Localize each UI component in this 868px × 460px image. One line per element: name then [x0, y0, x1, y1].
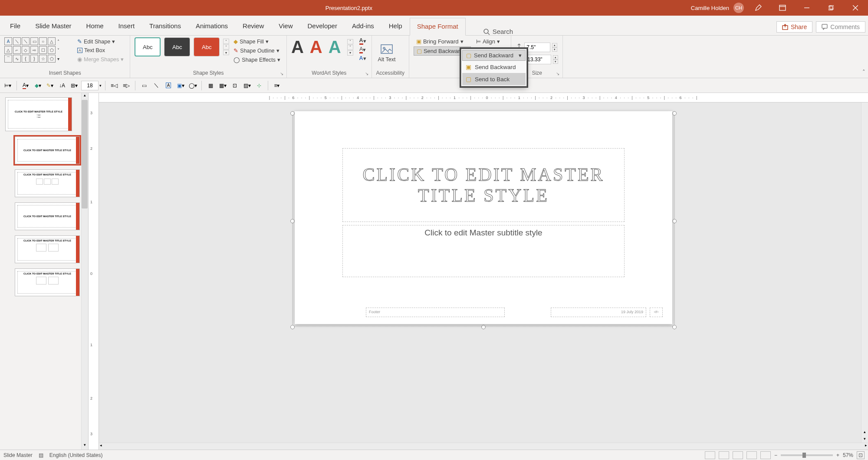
close-button[interactable] — [845, 0, 865, 16]
circle-tool[interactable]: ◯▾ — [187, 80, 198, 91]
font-size-input[interactable] — [81, 81, 99, 90]
title-placeholder[interactable]: CLICK TO EDIT MASTER TITLE STYLE — [342, 148, 625, 222]
increase-indent[interactable]: ≡▷ — [121, 80, 132, 91]
width-input[interactable] — [525, 55, 551, 64]
alt-text-button[interactable]: Alt Text — [376, 44, 398, 63]
shape-outline-button[interactable]: ✎Shape Outline ▾ — [232, 46, 282, 55]
layout-thumbnail-2[interactable]: CLICK TO EDIT MASTER TITLE STYLE — [15, 169, 80, 197]
line-tool[interactable]: ＼ — [151, 80, 161, 91]
wordart-style-2[interactable]: A — [310, 37, 322, 57]
menu-send-to-back[interactable]: ▢Send to Back — [462, 73, 526, 85]
shape-style-gallery[interactable]: Abc Abc Abc ˄˅▾ — [135, 37, 229, 56]
shape-fill-button[interactable]: ◆Shape Fill ▾ — [232, 37, 282, 46]
layout-thumbnail-4[interactable]: CLICK TO EDIT MASTER TITLE STYLE — [15, 235, 80, 263]
shape-style-2[interactable]: Abc — [164, 37, 190, 56]
gallery-down[interactable]: ˅ — [223, 44, 229, 50]
textbox-tool[interactable]: A — [163, 80, 174, 91]
font-color-button[interactable]: A▾ — [20, 80, 31, 91]
gallery-up[interactable]: ˄ — [223, 39, 229, 44]
normal-view-button[interactable] — [705, 451, 715, 459]
tab-insert[interactable]: Insert — [111, 17, 142, 35]
zoom-level[interactable]: 57% — [843, 452, 853, 458]
shape-fill-qb[interactable]: ◆▾ — [33, 80, 43, 91]
wordart-gallery[interactable]: A A A ˄˅▾ — [291, 37, 353, 57]
thumbnail-scrollbar[interactable]: ▴ ▾ — [81, 93, 88, 450]
edit-shape-button[interactable]: ✎Edit Shape ▾ — [76, 37, 125, 46]
table-tool[interactable]: ▦▾ — [217, 80, 228, 91]
zoom-slider[interactable] — [781, 454, 833, 456]
zoom-in-button[interactable]: + — [836, 452, 839, 458]
text-fill-button[interactable]: A▾ — [358, 37, 367, 44]
dropdown-header[interactable]: ▢Send Backward▾ — [462, 50, 526, 61]
minimize-button[interactable] — [797, 0, 817, 16]
tab-transitions[interactable]: Transitions — [142, 17, 188, 35]
tab-developer[interactable]: Developer — [300, 17, 345, 35]
more-button[interactable]: ≡▾ — [272, 80, 282, 91]
text-outline-button[interactable]: A▾ — [358, 46, 367, 53]
sort-button[interactable]: ↓A — [57, 80, 67, 91]
picture-tool[interactable]: ▨▾ — [242, 80, 252, 91]
master-thumbnail[interactable]: CLICK TO EDIT MASTER TITLE STYLE• text• … — [5, 97, 72, 131]
arrange-qb[interactable]: ⊞▾ — [69, 80, 79, 91]
shape-outline-qb[interactable]: ✎▾ — [45, 80, 55, 91]
size-launcher[interactable]: ↘ — [556, 71, 561, 76]
tab-animations[interactable]: Animations — [188, 17, 235, 35]
guides-tool[interactable]: ⊹ — [254, 80, 264, 91]
slideshow-view-button[interactable] — [746, 451, 757, 459]
pen-icon[interactable] — [748, 0, 768, 16]
height-input[interactable] — [524, 43, 550, 52]
tab-slide-master[interactable]: Slide Master — [28, 17, 79, 35]
shape-effects-button[interactable]: ◯Shape Effects ▾ — [232, 56, 282, 64]
wordart-launcher[interactable]: ↘ — [365, 71, 370, 76]
footer-placeholder[interactable]: Footer — [366, 308, 505, 317]
subtitle-placeholder[interactable]: Click to edit Master subtitle style — [342, 225, 625, 277]
tab-home[interactable]: Home — [79, 17, 111, 35]
wordart-style-1[interactable]: A — [291, 37, 304, 57]
shapes-gallery[interactable]: A＼＼▭○△˄ △⌐◇⇨☐⬠˅ ⌒∿{}☆⬠▾ — [4, 37, 73, 63]
share-button[interactable]: Share — [776, 21, 812, 33]
text-effects-button[interactable]: A▾ — [358, 55, 367, 62]
maximize-button[interactable] — [821, 0, 841, 16]
zoom-out-button[interactable]: − — [774, 452, 777, 458]
collapse-ribbon-button[interactable]: ˄ — [862, 69, 865, 75]
wordart-style-3[interactable]: A — [329, 37, 341, 57]
canvas-vertical-scrollbar[interactable]: ▴ ▾ — [861, 103, 868, 443]
tab-review[interactable]: Review — [235, 17, 271, 35]
decrease-indent[interactable]: ≡◁ — [109, 80, 119, 91]
status-language[interactable]: English (United States) — [49, 452, 103, 458]
comments-button[interactable]: Comments — [816, 21, 865, 33]
slide-editor[interactable]: CLICK TO EDIT MASTER TITLE STYLE Click t… — [295, 111, 672, 324]
notes-view-button[interactable] — [760, 451, 771, 459]
spellcheck-icon[interactable]: ▤ — [39, 452, 43, 458]
slide-canvas[interactable]: CLICK TO EDIT MASTER TITLE STYLE Click t… — [99, 103, 868, 450]
shape-styles-launcher[interactable]: ↘ — [280, 71, 285, 76]
canvas-horizontal-scrollbar[interactable]: ◂ ▸ — [99, 443, 868, 450]
tab-file[interactable]: File — [3, 17, 28, 35]
menu-send-backward[interactable]: ▣Send Backward — [462, 61, 526, 73]
crop-tool[interactable]: ⊡ — [230, 80, 240, 91]
slide-number-placeholder[interactable]: ‹#› — [650, 308, 663, 317]
tab-help[interactable]: Help — [381, 17, 410, 35]
search-box[interactable]: Search — [483, 28, 513, 35]
align-button[interactable]: ⊨Align ▾ — [473, 37, 506, 46]
align-objects-button[interactable]: ⊨▾ — [3, 80, 13, 91]
reading-view-button[interactable] — [733, 451, 743, 459]
tab-addins[interactable]: Add-ins — [345, 17, 381, 35]
rect-tool[interactable]: ▭ — [139, 80, 149, 91]
chart-tool[interactable]: ▦ — [205, 80, 216, 91]
shape-style-3[interactable]: Abc — [194, 37, 220, 56]
sorter-view-button[interactable] — [719, 451, 729, 459]
tab-shape-format[interactable]: Shape Format — [410, 18, 466, 36]
shape-style-1[interactable]: Abc — [135, 37, 161, 56]
layout-thumbnail-5[interactable]: CLICK TO EDIT MASTER TITLE STYLE — [15, 268, 80, 296]
date-placeholder[interactable]: 19 July 2019 — [551, 308, 646, 317]
user-avatar[interactable]: CH — [733, 3, 744, 13]
layout-thumbnail-3[interactable]: CLICK TO EDIT MASTER TITLE STYLE — [15, 202, 80, 230]
fit-to-window-button[interactable]: ⊡ — [857, 451, 865, 459]
tab-view[interactable]: View — [271, 17, 300, 35]
layout-thumbnail-1[interactable]: CLICK TO EDIT MASTER TITLE STYLE — [15, 136, 80, 164]
gallery-more[interactable]: ▾ — [223, 50, 229, 55]
text-box-button[interactable]: AText Box — [76, 46, 125, 54]
ribbon-display-icon[interactable] — [773, 0, 792, 16]
bring-forward-button[interactable]: ▣Bring Forward ▾ — [414, 37, 471, 46]
